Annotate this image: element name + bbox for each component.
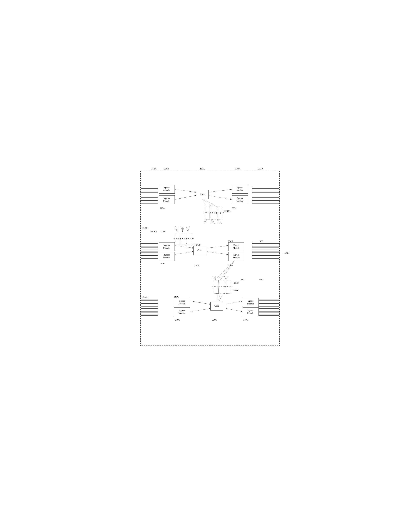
ref-210C: 210C [174, 295, 179, 298]
ingress-module-a2: IngressModule [159, 195, 175, 204]
svg-line-18 [202, 198, 217, 207]
egress-module-c1: EgressModule [243, 298, 259, 307]
ingress-module-b1: IngressModule [159, 242, 175, 251]
egress-module-b1: EgressModule [228, 242, 244, 251]
svg-line-58 [186, 226, 188, 232]
egress-module-a1: EgressModule [232, 185, 248, 194]
core-b: Core [194, 246, 206, 255]
ref-210C-label: 210C [175, 319, 180, 321]
svg-line-12 [175, 189, 196, 192]
svg-line-86 [219, 276, 221, 280]
ref-200: — 200 [282, 252, 289, 255]
ref-232C: 232C [258, 278, 263, 281]
ref-210B-label: 210B [160, 262, 165, 265]
ingress-module-c2: IngressModule [174, 308, 190, 316]
egress-module-b2: EgressModule [228, 252, 244, 261]
svg-line-52 [174, 226, 177, 232]
ref-210A-label: 210A [160, 207, 165, 210]
svg-line-13 [175, 195, 196, 199]
svg-line-109 [226, 301, 242, 304]
ref-230C-top: 230C [241, 278, 246, 281]
ref-232B: 232B [258, 240, 263, 243]
ref-230A-label: 230A [232, 207, 237, 210]
page: 212A 210A 220A 230A 232A IngressModule I… [137, 160, 283, 353]
svg-line-62 [175, 252, 193, 255]
ref-210B: 210B [160, 230, 165, 233]
ref-240C: } 240C [232, 289, 239, 292]
ref-230A-top: 230A [235, 167, 241, 170]
egress-module-c2: EgressModule [243, 308, 259, 316]
ref-250A: } 250A [224, 210, 231, 213]
svg-line-15 [208, 195, 231, 199]
svg-line-81 [221, 258, 237, 278]
svg-line-104 [190, 301, 210, 304]
ref-220C: 220C [212, 319, 217, 321]
svg-line-80 [217, 258, 237, 278]
ref-220A: 220A [200, 167, 205, 170]
svg-line-60 [188, 226, 189, 232]
ref-212C: 212C [142, 295, 148, 298]
ref-250B: 250B { [150, 230, 158, 233]
svg-line-16 [202, 198, 207, 207]
ref-232A: 232A [258, 167, 263, 170]
svg-line-88 [221, 276, 222, 280]
svg-line-89 [224, 276, 226, 280]
svg-line-53 [175, 226, 177, 232]
ingress-module-b2: IngressModule [159, 252, 175, 261]
diagram-container: 212A 210A 220A 230A 232A IngressModule I… [140, 171, 280, 346]
egress-module-a2: EgressModule [232, 195, 248, 204]
svg-line-61 [175, 246, 193, 248]
core-c: Core [210, 301, 223, 310]
svg-line-55 [181, 226, 182, 232]
svg-line-84 [213, 276, 215, 280]
svg-line-67 [207, 252, 228, 255]
svg-line-105 [190, 308, 210, 312]
svg-line-110 [226, 308, 242, 312]
svg-line-66 [207, 246, 228, 248]
rast-c3: RAST [226, 280, 231, 293]
svg-line-83 [212, 276, 215, 280]
rast-a3: RAST [217, 207, 222, 220]
ref-210A-top: 210A [164, 167, 169, 170]
ingress-module-c1: IngressModule [174, 298, 190, 307]
ref-230C-label: 230C [243, 319, 248, 321]
rast-b3: RAST [187, 233, 192, 245]
ref-212B: 212B [142, 227, 148, 229]
svg-line-14 [208, 189, 231, 192]
svg-line-91 [226, 276, 228, 280]
ref-230B-top: 230B [228, 240, 233, 243]
core-a: Core [196, 190, 209, 199]
svg-line-82 [222, 258, 237, 278]
ref-230B-label: 230B [228, 264, 233, 267]
ingress-module-a1: IngressModule [159, 185, 175, 194]
svg-line-57 [182, 226, 184, 232]
ref-250C: } 250C [232, 282, 239, 285]
ref-220B: 220B [194, 264, 199, 267]
ref-212A: 212A [151, 167, 157, 170]
svg-line-17 [202, 198, 212, 207]
